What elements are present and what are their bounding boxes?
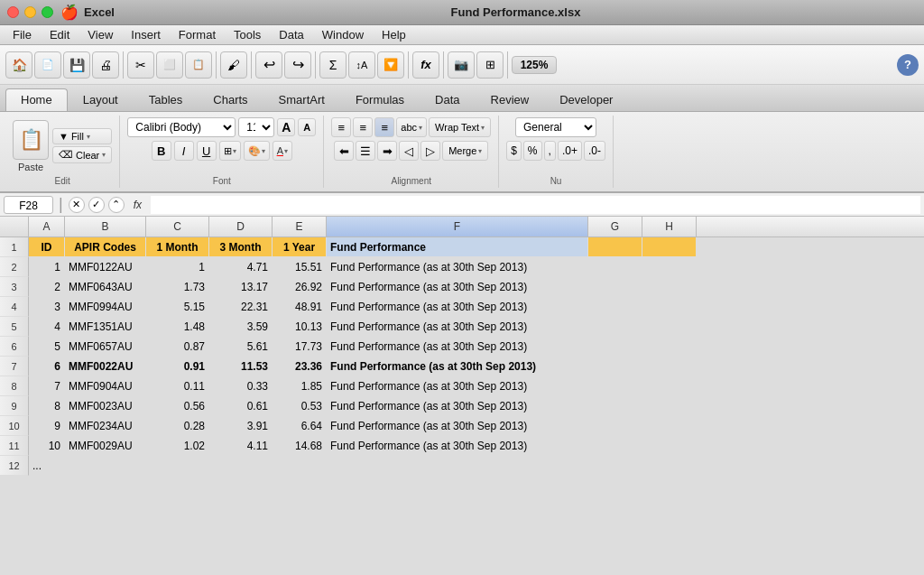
row-num-2[interactable]: 2: [0, 257, 29, 277]
confirm-formula-btn[interactable]: ✓: [88, 197, 105, 213]
underline-button[interactable]: U: [197, 141, 217, 161]
maximize-button[interactable]: [42, 6, 53, 18]
tab-tables[interactable]: Tables: [134, 88, 199, 111]
cut-btn[interactable]: ✂: [127, 51, 154, 79]
cell-d2[interactable]: 4.71: [209, 257, 273, 277]
traffic-lights[interactable]: [7, 6, 53, 18]
row-num-5[interactable]: 5: [0, 317, 29, 337]
redo-btn[interactable]: ↪: [284, 51, 311, 79]
cell-h1[interactable]: [642, 237, 697, 257]
align-right-btn[interactable]: ➡: [377, 141, 397, 161]
cell-a12[interactable]: ...: [29, 456, 65, 476]
cell-b3[interactable]: MMF0643AU: [65, 277, 146, 297]
cell-h3[interactable]: [642, 277, 697, 297]
paste-button[interactable]: 📋: [13, 120, 49, 160]
cell-e2[interactable]: 15.51: [273, 257, 327, 277]
cell-e3[interactable]: 26.92: [273, 277, 327, 297]
filter-btn[interactable]: 🔽: [377, 51, 404, 79]
cell-d3[interactable]: 13.17: [209, 277, 273, 297]
cell-d9[interactable]: 0.61: [209, 396, 273, 416]
cell-d1[interactable]: 3 Month: [209, 237, 273, 257]
cell-b4[interactable]: MMF0994AU: [65, 297, 146, 317]
cell-e4[interactable]: 48.91: [273, 297, 327, 317]
font-name-select[interactable]: Calibri (Body): [127, 117, 236, 137]
abc-button[interactable]: abc ▾: [396, 117, 427, 137]
cell-c3[interactable]: 1.73: [146, 277, 209, 297]
shading-button[interactable]: 🎨 ▾: [244, 141, 270, 161]
cell-f1[interactable]: Fund Performance: [327, 237, 588, 257]
cell-h9[interactable]: [642, 396, 697, 416]
tab-data[interactable]: Data: [420, 88, 475, 111]
row-num-6[interactable]: 6: [0, 337, 29, 357]
fx-button[interactable]: fx: [128, 197, 147, 213]
cell-a10[interactable]: 9: [29, 416, 65, 436]
cell-f2[interactable]: Fund Performance (as at 30th Sep 2013): [327, 257, 588, 277]
cell-a5[interactable]: 4: [29, 317, 65, 337]
fontcolor-button[interactable]: A ▾: [273, 141, 292, 161]
tab-charts[interactable]: Charts: [198, 88, 263, 111]
col-header-a[interactable]: A: [29, 217, 65, 236]
cell-h6[interactable]: [642, 337, 697, 357]
menu-view[interactable]: View: [79, 26, 122, 43]
paste-tb-btn[interactable]: 📋: [185, 51, 212, 79]
cell-e12[interactable]: [273, 456, 327, 476]
currency-btn[interactable]: $: [506, 141, 522, 161]
home-toolbar-btn[interactable]: 🏠: [5, 51, 32, 79]
cell-b8[interactable]: MMF0904AU: [65, 376, 146, 396]
cell-e8[interactable]: 1.85: [273, 376, 327, 396]
cell-c6[interactable]: 0.87: [146, 337, 209, 357]
tab-smartart[interactable]: SmartArt: [263, 88, 340, 111]
bold-button[interactable]: B: [152, 141, 171, 161]
cell-g2[interactable]: [588, 257, 642, 277]
menu-data[interactable]: Data: [270, 26, 312, 43]
cell-g5[interactable]: [588, 317, 642, 337]
cell-c7[interactable]: 0.91: [146, 357, 209, 376]
cell-g7[interactable]: [588, 357, 642, 376]
cell-h7[interactable]: [642, 357, 697, 376]
menu-insert[interactable]: Insert: [122, 26, 170, 43]
menu-help[interactable]: Help: [373, 26, 415, 43]
cell-a11[interactable]: 10: [29, 436, 65, 456]
cell-f3[interactable]: Fund Performance (as at 30th Sep 2013): [327, 277, 588, 297]
menu-edit[interactable]: Edit: [41, 26, 79, 43]
cell-a8[interactable]: 7: [29, 376, 65, 396]
tab-developer[interactable]: Developer: [544, 88, 628, 111]
decimal-decrease-btn[interactable]: .0-: [584, 141, 605, 161]
col-header-f[interactable]: F: [327, 217, 588, 236]
cell-e10[interactable]: 6.64: [273, 416, 327, 436]
row-num-4[interactable]: 4: [0, 297, 29, 317]
comma-btn[interactable]: ,: [544, 141, 556, 161]
align-top-left-btn[interactable]: ≡: [331, 117, 351, 137]
cell-reference[interactable]: F28: [4, 196, 53, 214]
cell-h2[interactable]: [642, 257, 697, 277]
minimize-button[interactable]: [24, 6, 36, 18]
menu-window[interactable]: Window: [313, 26, 373, 43]
col-header-h[interactable]: H: [642, 217, 697, 236]
cell-h5[interactable]: [642, 317, 697, 337]
help-button[interactable]: ?: [897, 54, 919, 76]
cell-h8[interactable]: [642, 376, 697, 396]
cell-f9[interactable]: Fund Performance (as at 30th Sep 2013): [327, 396, 588, 416]
row-num-12[interactable]: 12: [0, 456, 29, 476]
cell-f6[interactable]: Fund Performance (as at 30th Sep 2013): [327, 337, 588, 357]
cell-a3[interactable]: 2: [29, 277, 65, 297]
cell-g10[interactable]: [588, 416, 642, 436]
cell-a1[interactable]: ID: [29, 237, 65, 257]
cell-g12[interactable]: [588, 456, 642, 476]
cell-c11[interactable]: 1.02: [146, 436, 209, 456]
align-top-right-btn[interactable]: ≡: [374, 117, 394, 137]
cell-f11[interactable]: Fund Performance (as at 30th Sep 2013): [327, 436, 588, 456]
cell-f5[interactable]: Fund Performance (as at 30th Sep 2013): [327, 317, 588, 337]
paintbrush-btn[interactable]: 🖌: [220, 51, 247, 79]
align-top-center-btn[interactable]: ≡: [353, 117, 373, 137]
cell-e11[interactable]: 14.68: [273, 436, 327, 456]
cell-g6[interactable]: [588, 337, 642, 357]
cell-e5[interactable]: 10.13: [273, 317, 327, 337]
row-num-1[interactable]: 1: [0, 237, 29, 257]
font-grow-button[interactable]: A: [277, 118, 295, 136]
menu-file[interactable]: File: [4, 26, 41, 43]
cell-d11[interactable]: 4.11: [209, 436, 273, 456]
clear-button[interactable]: ⌫ Clear ▾: [52, 146, 112, 163]
sort-btn[interactable]: ↕A: [348, 51, 375, 79]
cell-a4[interactable]: 3: [29, 297, 65, 317]
